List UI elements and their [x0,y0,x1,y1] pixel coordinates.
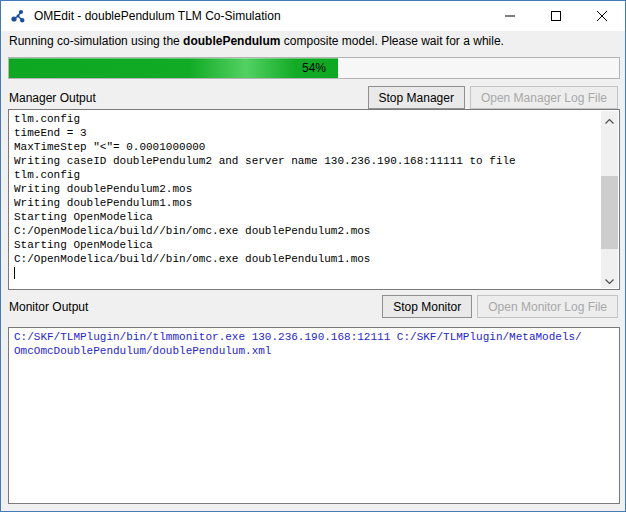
text-cursor [14,267,15,279]
progress-bar: 54% [8,57,620,79]
status-message: Running co-simulation using the doublePe… [9,34,617,48]
close-icon [597,9,607,24]
manager-scrollbar[interactable] [601,111,618,288]
maximize-button[interactable] [533,1,579,31]
monitor-log-text: C:/SKF/TLMPlugin/bin/tlmmonitor.exe 130.… [14,330,614,501]
stop-manager-button[interactable]: Stop Manager [368,86,465,109]
chevron-up-icon [605,112,614,127]
openmodelica-logo-icon [10,8,26,24]
minimize-icon [505,9,515,24]
manager-output-box[interactable]: tlm.configtimeEnd = 3MaxTimeStep "<"= 0.… [8,109,620,290]
monitor-header-row: Monitor Output Stop Monitor Open Monitor… [9,295,618,318]
stop-monitor-button[interactable]: Stop Monitor [382,295,472,318]
window-title: OMEdit - doublePendulum TLM Co-Simulatio… [34,1,281,31]
chevron-down-icon [605,272,614,287]
scroll-up-button[interactable] [601,111,618,128]
manager-header-row: Manager Output Stop Manager Open Manager… [9,86,618,109]
open-manager-log-button[interactable]: Open Manager Log File [470,86,618,109]
open-monitor-log-button[interactable]: Open Monitor Log File [477,295,618,318]
monitor-output-label: Monitor Output [9,300,88,314]
manager-log-text: tlm.configtimeEnd = 3MaxTimeStep "<"= 0.… [14,112,597,287]
progress-percent-label: 54% [9,58,619,78]
scroll-down-button[interactable] [601,271,618,288]
manager-output-label: Manager Output [9,91,96,105]
minimize-button[interactable] [487,1,533,31]
co-simulation-dialog: OMEdit - doublePendulum TLM Co-Simulatio… [0,0,626,512]
title-bar[interactable]: OMEdit - doublePendulum TLM Co-Simulatio… [1,1,625,31]
monitor-output-box[interactable]: C:/SKF/TLMPlugin/bin/tlmmonitor.exe 130.… [8,327,620,504]
close-button[interactable] [579,1,625,31]
caption-buttons [487,1,625,31]
scrollbar-thumb[interactable] [601,176,618,249]
model-name: doublePendulum [183,34,280,48]
maximize-icon [551,9,561,24]
